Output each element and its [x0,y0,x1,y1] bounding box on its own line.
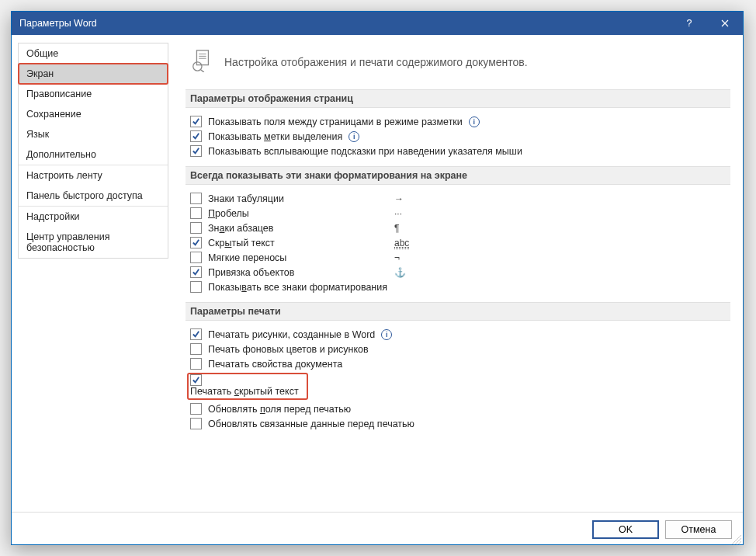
info-icon[interactable]: i [381,329,392,340]
checkbox-label[interactable]: Печатать скрытый текст [190,386,303,397]
checkbox-label[interactable]: Печать фоновых цветов и рисунков [208,344,373,355]
grp-formatting-row-6: Показывать все знаки форматирования [190,280,726,294]
checkbox[interactable] [190,418,202,429]
resize-grip[interactable] [732,533,741,543]
checkbox[interactable] [190,266,202,278]
sidebar-item-3[interactable]: Сохранение [19,104,168,124]
checkbox-label[interactable]: Показывать все знаки форматирования [208,282,392,293]
checkbox-label[interactable]: Обновлять связанные данные перед печатью [208,419,419,429]
info-icon[interactable]: i [349,131,359,142]
checkbox[interactable] [190,343,202,355]
svg-rect-0 [196,50,208,65]
section-printing: Параметры печати [186,302,730,321]
checkbox-label[interactable]: Обновлять поля перед печатью [208,404,355,415]
checkbox[interactable] [190,252,202,263]
checkbox-label[interactable]: Показывать всплывающие подсказки при нав… [208,146,527,157]
grp-formatting-row-5: Привязка объектов⚓ [190,265,726,280]
checkbox-label[interactable]: Показывать поля между страницами в режим… [208,116,467,127]
grp-printing-row-3: Печатать скрытый текст [190,371,726,401]
grp-page-display-row-0: Показывать поля между страницами в режим… [190,114,726,129]
section-formatting: Всегда показывать эти знаки форматирован… [186,166,730,185]
checkbox[interactable] [190,403,202,415]
format-symbol: → [394,193,418,204]
grp-formatting-row-2: Знаки абзацев¶ [190,221,726,235]
sidebar-item-0[interactable]: Общие [19,43,168,64]
checkbox-label[interactable]: Мягкие переносы [208,252,387,263]
grp-formatting-row-0: Знаки табуляции→ [190,191,726,206]
grp-formatting-row-1: Пробелы··· [190,206,726,221]
sidebar-item-6[interactable]: Настроить ленту [19,165,168,186]
grp-printing-row-1: Печать фоновых цветов и рисунков [190,342,726,356]
format-symbol: ¬ [394,252,418,263]
format-symbol: ⚓ [394,267,418,278]
svg-point-4 [193,62,202,71]
checkbox[interactable] [190,222,202,234]
format-symbol: ¶ [394,223,418,234]
checkbox-label[interactable]: Печатать свойства документа [208,359,347,370]
grp-formatting-row-4: Мягкие переносы¬ [190,250,726,265]
info-icon[interactable]: i [469,116,480,127]
checkbox-label[interactable]: Показывать метки выделения [208,131,347,142]
sidebar-item-1[interactable]: Экран [19,64,168,84]
options-panel: Настройка отображения и печати содержимо… [175,35,743,512]
cancel-button[interactable]: Отмена [665,520,732,539]
checkbox[interactable] [190,207,202,219]
checkbox[interactable] [190,358,202,370]
grp-page-display-row-2: Показывать всплывающие подсказки при нав… [190,144,726,158]
checkbox[interactable] [190,374,202,386]
sidebar-item-8[interactable]: Надстройки [19,206,168,227]
svg-line-5 [201,70,204,72]
checkbox-label[interactable]: Знаки абзацев [208,223,387,234]
checkbox[interactable] [190,116,202,127]
grp-printing-row-2: Печатать свойства документа [190,356,726,371]
checkbox-label[interactable]: Печатать рисунки, созданные в Word [208,329,380,340]
grp-page-display-row-1: Показывать метки выделенияi [190,129,726,144]
dialog-footer: OK Отмена [12,512,743,546]
close-button[interactable] [707,12,743,35]
sidebar-item-4[interactable]: Язык [19,124,168,144]
ok-button[interactable]: OK [592,520,659,539]
checkbox-label[interactable]: Знаки табуляции [208,193,387,204]
checkbox[interactable] [190,193,202,204]
checkbox-label[interactable]: Привязка объектов [208,267,387,278]
grp-printing-row-5: Обновлять связанные данные перед печатью [190,416,726,431]
sidebar-item-2[interactable]: Правописание [19,84,168,104]
checkbox-label[interactable]: Пробелы [208,208,387,219]
options-dialog: Параметры Word ? ОбщиеЭкранПравописаниеС… [11,11,744,545]
checkbox[interactable] [190,145,202,157]
sidebar-item-5[interactable]: Дополнительно [19,144,168,165]
grp-formatting-row-3: Скрытый текстabc [190,235,726,250]
section-page-display: Параметры отображения страниц [186,89,730,108]
checkbox-label[interactable]: Скрытый текст [208,238,387,248]
grp-printing-row-0: Печатать рисунки, созданные в Wordi [190,327,726,342]
format-symbol: ··· [394,208,418,219]
sidebar-item-7[interactable]: Панель быстрого доступа [19,186,168,206]
page-display-icon [190,49,213,75]
format-symbol: abc [394,238,418,248]
checkbox[interactable] [190,130,202,142]
grp-printing-row-4: Обновлять поля перед печатью [190,401,726,416]
help-button[interactable]: ? [671,12,707,35]
category-sidebar: ОбщиеЭкранПравописаниеСохранениеЯзыкДопо… [12,35,175,512]
page-title: Настройка отображения и печати содержимо… [224,56,528,68]
sidebar-item-9[interactable]: Центр управления безопасностью [19,227,168,258]
checkbox[interactable] [190,237,202,248]
checkbox[interactable] [190,328,202,340]
titlebar: Параметры Word ? [12,12,743,35]
checkbox[interactable] [190,281,202,293]
window-title: Параметры Word [19,18,671,29]
